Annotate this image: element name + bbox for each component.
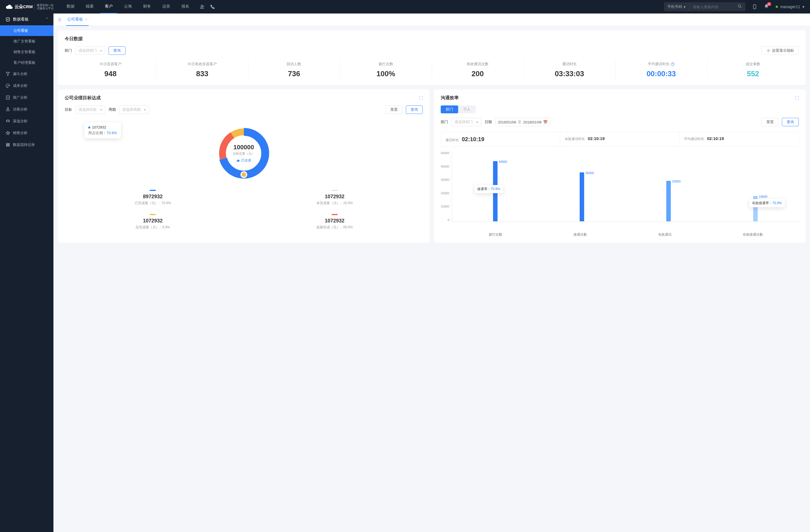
sidebar-item-推广分析[interactable]: 推广分析	[0, 92, 53, 103]
period-select[interactable]: 请选择周期▾	[119, 105, 149, 114]
search-type-select[interactable]: 手机号码 ▾	[664, 2, 689, 11]
comm-date-label: 日期	[485, 119, 492, 124]
phone-icon[interactable]	[210, 4, 215, 9]
pill-dept[interactable]: 部门	[441, 105, 458, 113]
comm-dept-select[interactable]: 请选择部门▾	[451, 118, 481, 126]
chart-tooltip-2: 有效接通率：70.9%	[749, 199, 785, 207]
metric-平均通话时长: 平均通话时长?00:00:33	[615, 61, 707, 79]
menu-icon	[6, 143, 10, 147]
status-dot	[776, 6, 778, 8]
stat-有效通话时长: 有效通话时长02:10:19	[560, 132, 680, 147]
panel-performance-title: 公司业绩目标达成	[65, 95, 101, 101]
nav-item-1[interactable]: 线索	[81, 0, 98, 14]
nav-item-0[interactable]: 数据	[62, 0, 79, 14]
reset-button[interactable]: 重置	[762, 118, 778, 126]
reset-button[interactable]: 重置	[386, 105, 403, 114]
sidebar-item-客户经理看板[interactable]: 客户经理看板	[0, 57, 53, 68]
user-menu[interactable]: manager11 ▾	[776, 4, 804, 9]
panel-today-title: 今日数据	[65, 36, 799, 42]
metric-今日有效首咨客户: 今日有效首咨客户833	[156, 61, 248, 79]
stat-通话时长: 通话时长02:10:19	[441, 132, 560, 147]
sidebar-item-销售主管看板[interactable]: 销售主管看板	[0, 47, 53, 57]
metric-有效通话次数: 有效通话次数200	[432, 61, 524, 79]
chevron-down-icon: ▾	[803, 4, 804, 9]
target-select[interactable]: 请选择目标▾	[75, 105, 105, 114]
metric-回访人数: 回访人数736	[248, 61, 340, 79]
expand-icon[interactable]: ⛶	[419, 96, 423, 100]
add-user-icon[interactable]	[199, 4, 205, 9]
settings-btn-label: 设置显示指标	[772, 48, 794, 53]
bar-chart: 50000400003000020000100000 4300035000290…	[441, 151, 799, 230]
hamburger-icon[interactable]: ☰	[58, 17, 62, 22]
comm-stats: 通话时长02:10:19有效通话时长02:10:19平均通话时长02:10:19	[441, 132, 799, 147]
sidebar-item-推广主管看板[interactable]: 推广主管看板	[0, 36, 53, 47]
query-button[interactable]: 查询	[782, 118, 799, 126]
help-icon[interactable]: ?	[671, 63, 675, 66]
sidebar-item-访客分析[interactable]: 访客分析	[0, 103, 53, 115]
comm-dept-label: 部门	[441, 119, 448, 124]
svg-point-0	[738, 5, 741, 7]
metric-成交单数: 成交单数552	[707, 61, 799, 79]
menu-icon	[6, 72, 10, 76]
comm-tabs: 部门 个人	[441, 105, 799, 113]
period-label: 周期	[109, 107, 116, 112]
sidebar-item-漏斗分析[interactable]: 漏斗分析	[0, 68, 53, 80]
expand-icon[interactable]: ⛶	[795, 96, 799, 100]
chevron-down-icon: ▾	[100, 49, 102, 53]
sidebar-group-label: 数据看板	[13, 17, 29, 22]
sidebar-item-公司看板[interactable]: 公司看板	[0, 25, 53, 36]
logo-text: 云朵CRM	[15, 4, 33, 10]
bar-有效通话[interactable]: 29000	[666, 181, 671, 221]
metrics-row: 今日首咨客户948今日有效首咨客户833回访人数736拨打次数100%有效通话次…	[65, 61, 799, 79]
logo[interactable]: 云朵CRM 教育机构一站 式服务云平台	[6, 4, 54, 10]
sidebar-item-数据流转记录[interactable]: 数据流转记录	[0, 139, 53, 151]
notification-badge: 5	[767, 2, 772, 6]
search-input[interactable]	[689, 5, 734, 9]
panel-comm-title: 沟通效率	[441, 95, 459, 101]
dashboard-icon	[6, 17, 10, 22]
header-right: 5 manager11 ▾	[752, 4, 804, 10]
sidebar-item-成本分析[interactable]: 成本分析	[0, 80, 53, 92]
panel-today: 今日数据 部门 请选择部门 ▾ 查询 设置显示指标 今日首咨客户948	[58, 30, 806, 85]
query-button[interactable]: 查询	[109, 46, 126, 55]
close-icon[interactable]: ×	[85, 17, 87, 22]
header-quick-icons	[199, 4, 215, 9]
settings-metrics-button[interactable]: 设置显示指标	[762, 46, 799, 55]
main-area: ☰ 公司看板 × 今日数据 部门 请选择部门 ▾ 查询	[53, 14, 810, 532]
tabs-bar: ☰ 公司看板 ×	[53, 14, 810, 26]
menu-icon	[6, 95, 10, 100]
x-label: 有效通话	[658, 232, 671, 237]
nav-item-5[interactable]: 运营	[158, 0, 175, 14]
logo-subtext: 教育机构一站 式服务云平台	[34, 4, 54, 10]
menu-icon	[6, 131, 10, 135]
legend-item: 1072932应完成量（元）|8.9%	[65, 214, 241, 230]
nav-item-2[interactable]: 客户	[100, 0, 117, 14]
sidebar-item-渠道分析[interactable]: 渠道分析	[0, 115, 53, 127]
nav-item-4[interactable]: 财务	[139, 0, 156, 14]
sidebar-item-销售分析[interactable]: 销售分析	[0, 127, 53, 139]
legend-item: 1072932超额完成（元）|89.9%	[247, 214, 423, 230]
app-header: 云朵CRM 教育机构一站 式服务云平台 数据线索客户公海财务运营报名 手机号码 …	[0, 0, 810, 14]
query-button[interactable]: 查询	[406, 105, 423, 114]
mobile-icon[interactable]	[752, 4, 757, 9]
notification-button[interactable]: 5	[764, 4, 769, 10]
menu-icon	[6, 119, 10, 123]
bar-接通次数[interactable]: 35000	[580, 172, 584, 221]
x-label: 接通次数	[573, 232, 587, 237]
target-label: 目标	[65, 107, 72, 112]
dept-select[interactable]: 请选择部门 ▾	[75, 46, 105, 55]
menu-icon	[6, 107, 10, 112]
legend-item: 1072932未完成量（元）|20.9%	[247, 190, 423, 205]
nav-item-6[interactable]: 报名	[177, 0, 194, 14]
svg-point-4	[768, 50, 769, 51]
search-button[interactable]	[734, 4, 745, 9]
sidebar-group-dashboard[interactable]: 数据看板 ˄	[0, 14, 53, 25]
chevron-down-icon: ▾	[476, 120, 478, 124]
user-name: manager11	[780, 4, 800, 9]
pill-person[interactable]: 个人	[458, 105, 475, 113]
chevron-down-icon: ▾	[100, 108, 102, 112]
dept-placeholder: 请选择部门	[79, 48, 97, 53]
tab-company-dashboard[interactable]: 公司看板 ×	[66, 14, 88, 26]
nav-item-3[interactable]: 公海	[119, 0, 136, 14]
date-range-picker[interactable]: 2018/01/08 至 2018/01/08 📅	[495, 118, 550, 126]
